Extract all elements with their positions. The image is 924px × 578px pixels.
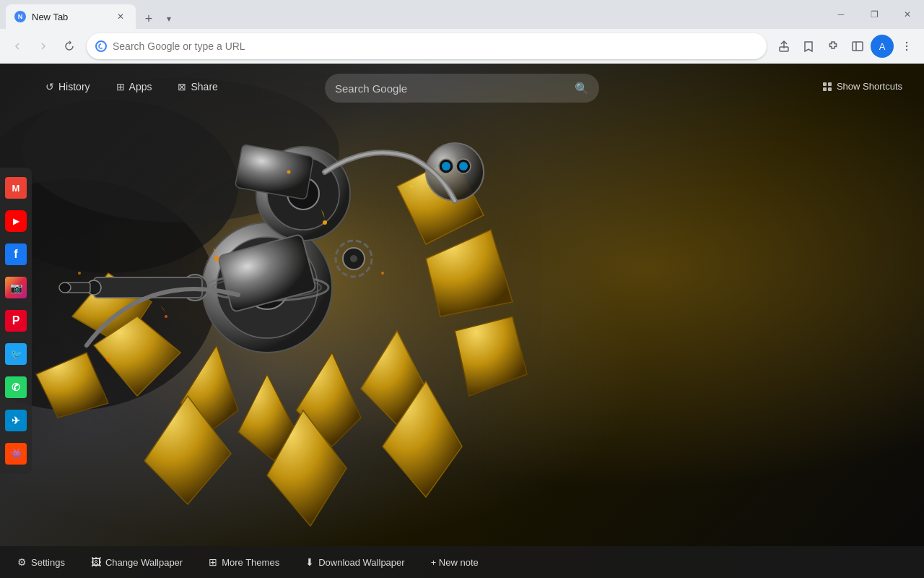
svg-rect-50 xyxy=(828,82,832,86)
share-nav-item[interactable]: ⊠ Share xyxy=(172,78,223,95)
svg-point-35 xyxy=(323,220,327,225)
apps-nav-item[interactable]: ⊞ Apps xyxy=(110,78,158,95)
settings-icon: ⚙ xyxy=(17,556,27,568)
reddit-icon: 👾 xyxy=(5,443,27,465)
apps-icon: ⊞ xyxy=(116,81,125,92)
share-icon: ⊠ xyxy=(178,81,186,92)
tab-list-button[interactable]: ▾ xyxy=(159,9,179,29)
more-themes-button[interactable]: ⊞ More Themes xyxy=(203,553,285,571)
change-wallpaper-icon: 🖼 xyxy=(91,556,101,568)
download-wallpaper-label: Download Wallpaper xyxy=(318,557,404,568)
profile-button[interactable]: A xyxy=(871,35,894,58)
bottom-bar: ⚙ Settings 🖼 Change Wallpaper ⊞ More The… xyxy=(0,546,924,578)
svg-point-40 xyxy=(287,171,291,174)
shortcuts-grid-icon xyxy=(822,82,832,92)
active-tab[interactable]: N New Tab ✕ xyxy=(6,4,136,29)
content-area: M ▶ f 📷 P 🐦 ✆ ✈ 👾 xyxy=(0,64,924,578)
facebook-icon: f xyxy=(5,243,27,265)
left-sidebar: M ▶ f 📷 P 🐦 ✆ ✈ 👾 xyxy=(0,168,32,474)
history-icon: ↺ xyxy=(45,81,54,92)
download-icon: ⬇ xyxy=(305,556,314,568)
wallpaper-image xyxy=(0,64,924,578)
sidebar-app-gmail[interactable]: M xyxy=(0,172,32,204)
more-themes-label: More Themes xyxy=(222,557,279,568)
svg-rect-49 xyxy=(823,82,827,86)
sidebar-app-facebook[interactable]: f xyxy=(0,238,32,270)
forward-button[interactable] xyxy=(32,35,55,58)
url-input[interactable] xyxy=(113,40,758,52)
svg-point-44 xyxy=(442,162,450,171)
tab-favicon: N xyxy=(14,11,26,22)
title-bar: N New Tab ✕ + ▾ ─ ❐ ✕ xyxy=(0,0,924,29)
change-wallpaper-button[interactable]: 🖼 Change Wallpaper xyxy=(85,553,188,571)
sidebar-button[interactable] xyxy=(846,35,869,58)
svg-point-39 xyxy=(78,272,81,275)
search-icon: 🔍 xyxy=(575,82,589,95)
minimize-button[interactable]: ─ xyxy=(824,0,858,29)
omnibox[interactable] xyxy=(87,33,767,59)
instagram-icon: 📷 xyxy=(5,277,27,298)
new-tab-button[interactable]: + xyxy=(139,9,159,29)
svg-rect-2 xyxy=(853,42,863,51)
svg-point-32 xyxy=(59,282,71,293)
menu-button[interactable] xyxy=(895,35,918,58)
svg-point-38 xyxy=(410,185,413,188)
history-label: History xyxy=(58,81,90,92)
toolbar-actions: A xyxy=(772,35,918,58)
new-note-button[interactable]: + New note xyxy=(425,554,484,571)
svg-point-48 xyxy=(350,255,357,262)
gmail-icon: M xyxy=(5,177,27,199)
svg-point-37 xyxy=(107,358,110,362)
settings-button[interactable]: ⚙ Settings xyxy=(12,553,71,571)
extensions-button[interactable] xyxy=(821,35,845,58)
tab-close-button[interactable]: ✕ xyxy=(114,10,127,23)
share-button[interactable] xyxy=(772,35,796,58)
svg-rect-51 xyxy=(823,87,827,91)
maximize-button[interactable]: ❐ xyxy=(858,0,891,29)
tab-strip: N New Tab ✕ + ▾ xyxy=(0,0,824,29)
svg-point-45 xyxy=(459,162,468,171)
window-controls: ─ ❐ ✕ xyxy=(824,0,924,29)
svg-point-5 xyxy=(906,46,907,47)
svg-point-0 xyxy=(96,41,106,51)
search-placeholder-text: Search Google xyxy=(335,82,569,95)
twitter-icon: 🐦 xyxy=(5,343,27,365)
newtab-search-bar[interactable]: Search Google 🔍 xyxy=(325,74,599,103)
sidebar-app-whatsapp[interactable]: ✆ xyxy=(0,371,32,403)
change-wallpaper-label: Change Wallpaper xyxy=(105,557,183,568)
svg-point-36 xyxy=(381,272,384,275)
new-note-label: + New note xyxy=(431,557,479,568)
pinterest-icon: P xyxy=(5,310,27,332)
sidebar-app-instagram[interactable]: 📷 xyxy=(0,272,32,303)
sidebar-app-twitter[interactable]: 🐦 xyxy=(0,338,32,370)
tab-title: New Tab xyxy=(32,12,108,22)
toolbar: A xyxy=(0,29,924,64)
history-nav-item[interactable]: ↺ History xyxy=(40,78,96,95)
show-shortcuts-button[interactable]: Show Shortcuts xyxy=(815,78,910,95)
whatsapp-icon: ✆ xyxy=(5,376,27,398)
close-button[interactable]: ✕ xyxy=(891,0,924,29)
sidebar-app-telegram[interactable]: ✈ xyxy=(0,405,32,436)
svg-point-33 xyxy=(214,256,219,261)
svg-point-6 xyxy=(906,49,907,51)
youtube-icon: ▶ xyxy=(5,210,27,232)
svg-point-34 xyxy=(165,315,167,318)
sidebar-app-reddit[interactable]: 👾 xyxy=(0,438,32,470)
newtab-topnav: ↺ History ⊞ Apps ⊠ Share xyxy=(40,78,224,95)
settings-label: Settings xyxy=(31,557,65,568)
google-logo xyxy=(95,40,107,52)
show-shortcuts-label: Show Shortcuts xyxy=(837,81,902,92)
more-themes-icon: ⊞ xyxy=(209,556,217,568)
bookmark-button[interactable] xyxy=(797,35,820,58)
sidebar-app-youtube[interactable]: ▶ xyxy=(0,205,32,237)
profile-initial: A xyxy=(879,41,886,52)
back-button[interactable] xyxy=(6,35,29,58)
svg-rect-52 xyxy=(828,87,832,91)
reload-button[interactable] xyxy=(58,35,81,58)
share-label: Share xyxy=(191,81,217,92)
svg-point-4 xyxy=(906,42,907,43)
download-wallpaper-button[interactable]: ⬇ Download Wallpaper xyxy=(300,553,410,571)
telegram-icon: ✈ xyxy=(5,410,27,431)
sidebar-app-pinterest[interactable]: P xyxy=(0,305,32,337)
apps-label: Apps xyxy=(129,81,152,92)
